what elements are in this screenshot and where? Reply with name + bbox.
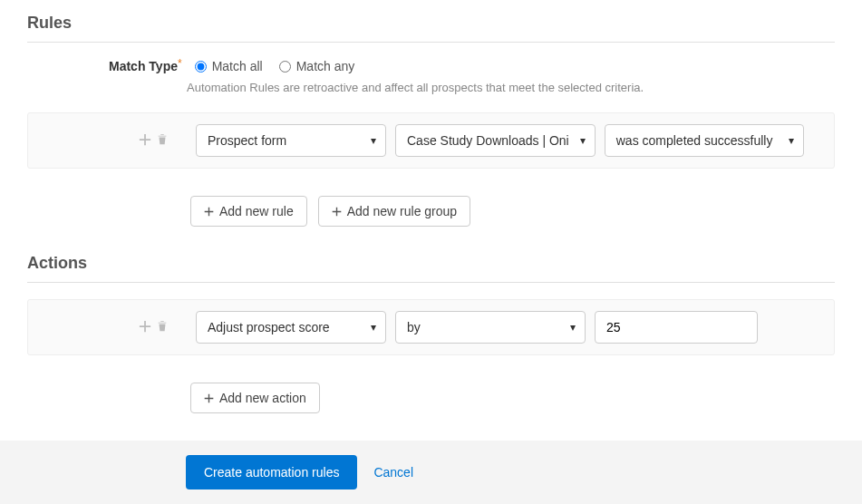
drag-icon[interactable] xyxy=(139,320,151,335)
action-value-input[interactable] xyxy=(595,311,758,344)
rules-section-title: Rules xyxy=(27,14,835,33)
match-type-label: Match Type* xyxy=(109,59,182,73)
add-new-action-button[interactable]: Add new action xyxy=(190,383,320,413)
match-all-label: Match all xyxy=(212,59,263,73)
rule-row: Prospect form Case Study Downloads | Oni… xyxy=(27,112,835,169)
actions-section-title: Actions xyxy=(27,254,835,273)
plus-icon xyxy=(204,393,214,403)
match-all-radio[interactable]: Match all xyxy=(195,59,263,73)
add-new-rule-button[interactable]: Add new rule xyxy=(190,196,307,227)
plus-icon xyxy=(332,207,342,217)
rule-field-select[interactable]: Prospect form xyxy=(196,124,386,157)
action-row-icons xyxy=(64,320,169,335)
rule-operator-select[interactable]: was completed successfully xyxy=(605,124,804,157)
drag-icon[interactable] xyxy=(139,133,151,149)
action-type-select[interactable]: Adjust prospect score xyxy=(196,311,386,344)
action-modifier-select[interactable]: by xyxy=(395,311,586,344)
match-any-radio[interactable]: Match any xyxy=(279,59,355,73)
match-type-hint: Automation Rules are retroactive and aff… xyxy=(187,81,835,94)
footer-bar: Create automation rules Cancel xyxy=(0,441,862,504)
cancel-link[interactable]: Cancel xyxy=(373,465,413,480)
match-any-radio-input[interactable] xyxy=(279,61,291,73)
action-row: Adjust prospect score by xyxy=(27,299,835,355)
trash-icon[interactable] xyxy=(156,133,169,149)
rule-row-icons xyxy=(64,133,169,149)
plus-icon xyxy=(204,207,214,217)
match-all-radio-input[interactable] xyxy=(195,61,207,73)
trash-icon[interactable] xyxy=(156,320,169,335)
add-new-rule-group-button[interactable]: Add new rule group xyxy=(318,196,470,227)
create-automation-rules-button[interactable]: Create automation rules xyxy=(186,455,357,489)
actions-divider xyxy=(27,282,835,283)
match-any-label: Match any xyxy=(296,59,355,73)
rule-value-select[interactable]: Case Study Downloads | Oni xyxy=(395,124,596,157)
rules-divider xyxy=(27,42,835,43)
